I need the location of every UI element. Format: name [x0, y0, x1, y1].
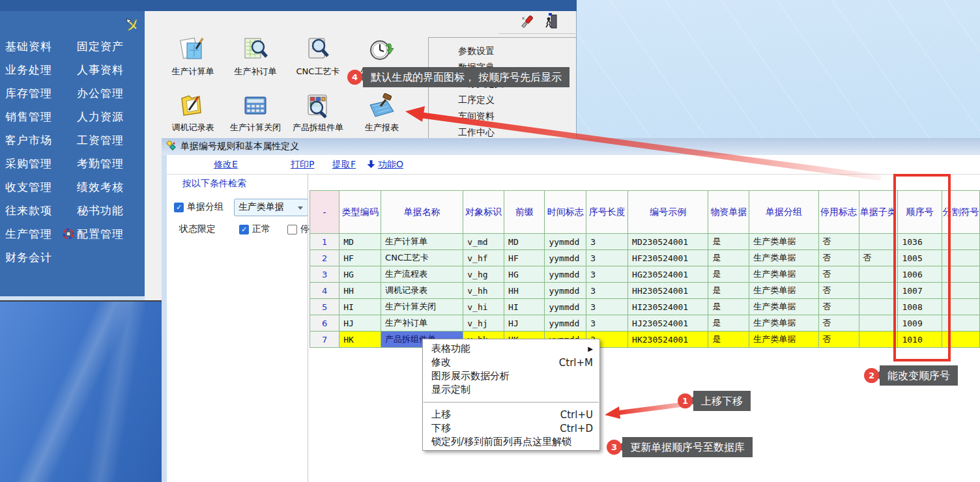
group-checkbox[interactable]: ✓ — [174, 203, 184, 212]
table-row[interactable]: 7HK产品拆组件单v_hkHKyymmdd3HK230524001是生产类单据否… — [310, 332, 980, 348]
cell[interactable]: HH230524001 — [628, 283, 708, 299]
column-header[interactable]: 类型编码 — [339, 191, 381, 234]
cell[interactable]: HK230524001 — [628, 332, 708, 348]
sidebar-item[interactable]: 生产管理 — [5, 222, 52, 246]
cell[interactable]: 生产类单据 — [749, 266, 818, 283]
table-row[interactable]: 3HG生产流程表v_hgHGyymmdd3HG230524001是生产类单据否1… — [310, 266, 980, 283]
cell[interactable]: 生产计算单 — [381, 234, 463, 250]
cell[interactable]: CNC工艺卡 — [381, 250, 463, 266]
column-header[interactable]: 对象标识 — [463, 191, 504, 234]
cell[interactable]: 生产补订单 — [381, 315, 463, 332]
cell[interactable]: 否 — [818, 250, 859, 266]
cell[interactable]: v_md — [463, 234, 504, 250]
sidebar-item[interactable]: 绩效考核 — [77, 175, 124, 199]
cell[interactable]: 生产类单据 — [749, 250, 818, 266]
cell[interactable]: 3 — [586, 266, 628, 283]
cell[interactable]: 是 — [708, 299, 749, 315]
cell[interactable]: HJ230524001 — [628, 315, 708, 332]
side-menu-item[interactable]: 工序定义 — [458, 94, 576, 111]
cell[interactable]: MD — [339, 234, 381, 250]
toolbar-button-1[interactable]: 修改E — [214, 159, 238, 171]
cell[interactable]: HG230524001 — [628, 266, 708, 283]
cell[interactable]: 否 — [859, 250, 898, 266]
status-normal-checkbox[interactable]: ✓ — [239, 225, 249, 234]
sidebar-item[interactable]: 销售管理 — [5, 105, 52, 128]
sidebar-item[interactable]: 人事资料 — [77, 58, 124, 81]
menu-item[interactable]: 下移Ctrl+D — [423, 421, 599, 435]
column-header[interactable]: 序号长度 — [586, 191, 628, 234]
cell[interactable]: HJ — [504, 315, 545, 332]
sidebar-item[interactable]: 考勤管理 — [77, 152, 124, 175]
cell[interactable]: v_hf — [463, 250, 504, 266]
cell[interactable]: 否 — [818, 332, 859, 348]
sidebar-item[interactable]: 客户市场 — [5, 128, 52, 152]
cell[interactable]: HI — [339, 299, 381, 315]
column-header[interactable]: 单据分组 — [749, 191, 818, 234]
cell[interactable]: yymmdd — [545, 283, 586, 299]
cell[interactable]: 是 — [708, 266, 749, 283]
cell[interactable]: 3 — [310, 266, 339, 283]
cell[interactable]: 是 — [708, 332, 749, 348]
cell[interactable]: MD230524001 — [628, 234, 708, 250]
group-select[interactable]: 生产类单据 — [234, 199, 308, 216]
cell[interactable]: HJ — [339, 315, 381, 332]
cell[interactable]: yymmdd — [545, 299, 586, 315]
cell[interactable]: v_hi — [463, 299, 504, 315]
sidebar-item[interactable]: 固定资产 — [77, 35, 124, 58]
column-header[interactable]: 物资单据 — [708, 191, 749, 234]
cell[interactable]: 生产类单据 — [749, 315, 818, 332]
column-header[interactable]: 时间标志 — [545, 191, 586, 234]
sidebar-item[interactable]: 基础资料 — [5, 35, 52, 58]
side-menu-item[interactable]: 车间资料 — [458, 111, 576, 127]
cell[interactable]: 是 — [708, 250, 749, 266]
cell[interactable]: 生产计算关闭 — [381, 299, 463, 315]
cell[interactable]: 3 — [586, 250, 628, 266]
cell[interactable]: MD — [504, 234, 545, 250]
cell[interactable]: yymmdd — [545, 234, 586, 250]
column-header[interactable]: - — [310, 191, 339, 234]
sidebar-item[interactable]: 往来款项 — [5, 199, 52, 222]
cell[interactable] — [859, 332, 898, 348]
cell[interactable]: 1 — [310, 234, 339, 250]
cell[interactable]: 生产类单据 — [749, 234, 818, 250]
cell[interactable]: HF230524001 — [628, 250, 708, 266]
exit-icon[interactable] — [545, 13, 558, 33]
menu-item[interactable]: 锁定列/移到前面列再点这里解锁 — [423, 435, 599, 449]
cell[interactable]: HH — [339, 283, 381, 299]
toolbar-button-4[interactable]: 功能O — [367, 159, 403, 171]
column-header[interactable]: 单据名称 — [381, 191, 463, 234]
sidebar-item[interactable]: 库存管理 — [5, 81, 52, 105]
cell[interactable]: 3 — [586, 299, 628, 315]
cell[interactable]: HK — [339, 332, 381, 348]
cell[interactable]: 否 — [818, 299, 859, 315]
cell[interactable]: 4 — [310, 283, 339, 299]
cell[interactable]: 3 — [586, 283, 628, 299]
sidebar-item[interactable]: 办公管理 — [77, 81, 124, 105]
toolbar-button-3[interactable]: 提取F — [332, 159, 356, 171]
cell[interactable]: HG — [339, 266, 381, 283]
sidebar-item[interactable]: 秘书功能 — [77, 199, 124, 222]
shortcut-7[interactable]: 产品拆组件单 — [281, 90, 354, 134]
menu-item[interactable]: 修改Ctrl+M — [423, 356, 599, 369]
cell[interactable]: v_hh — [463, 283, 504, 299]
cell[interactable]: yymmdd — [545, 266, 586, 283]
table-row[interactable]: 4HH调机记录表v_hhHHyymmdd3HH230524001是生产类单据否1… — [310, 283, 980, 299]
cell[interactable]: 否 — [818, 234, 859, 250]
table-row[interactable]: 2HFCNC工艺卡v_hfHFyymmdd3HF230524001是生产类单据否… — [310, 250, 980, 266]
cell[interactable]: 否 — [818, 266, 859, 283]
sidebar-item[interactable]: 工资管理 — [77, 128, 124, 152]
cell[interactable]: 6 — [310, 315, 339, 332]
cell[interactable]: HF — [504, 250, 545, 266]
cell[interactable]: 生产流程表 — [381, 266, 463, 283]
menu-item[interactable]: 显示定制 — [423, 383, 599, 397]
cell[interactable]: 否 — [818, 315, 859, 332]
cell[interactable]: HI — [504, 299, 545, 315]
cell[interactable]: 5 — [310, 299, 339, 315]
cell[interactable]: 3 — [586, 315, 628, 332]
cell[interactable]: HI230524001 — [628, 299, 708, 315]
cell[interactable]: 2 — [310, 250, 339, 266]
sidebar-item[interactable]: 配置管理 — [77, 222, 124, 246]
cell[interactable]: HH — [504, 283, 545, 299]
cell[interactable]: 否 — [818, 283, 859, 299]
cell[interactable]: 3 — [586, 234, 628, 250]
